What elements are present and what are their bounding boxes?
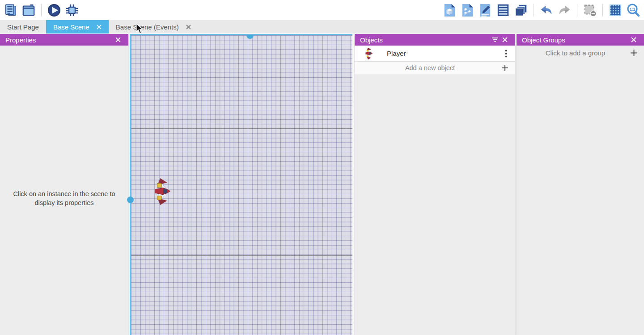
start-page-button[interactable]: [21, 3, 36, 17]
project-manager-icon: [4, 4, 17, 17]
undo-icon: [540, 4, 553, 17]
game-window-border-bottom: [131, 255, 352, 256]
play-icon: [47, 3, 61, 17]
window-icon: [22, 4, 35, 17]
close-panel-icon[interactable]: [113, 35, 123, 45]
redo-button[interactable]: [557, 3, 572, 17]
objects-panel-title: Objects: [360, 36, 383, 44]
object-groups-panel: Object Groups Click to add a group: [517, 34, 644, 335]
preview-button[interactable]: [47, 3, 61, 17]
properties-panel-header: Properties: [0, 34, 128, 46]
zoom-label: 1:1: [630, 7, 636, 11]
open-instances-list-button[interactable]: [496, 3, 510, 17]
tab-base-scene-events[interactable]: Base Scene (Events): [109, 20, 198, 34]
plus-icon[interactable]: [629, 48, 639, 58]
add-group-label: Click to add a group: [522, 49, 629, 57]
debug-button[interactable]: [65, 3, 79, 17]
add-object-row[interactable]: Add a new object: [355, 62, 515, 74]
gdevelop-window: 1:1 Start Page Base Scene Base Scene (Ev…: [0, 0, 644, 335]
player-thumbnail-icon: [362, 46, 376, 61]
toolbar-divider: [602, 4, 603, 17]
plus-icon[interactable]: [500, 63, 510, 73]
bug-icon: [65, 3, 79, 17]
selection-border-top: [130, 34, 352, 35]
properties-panel-title: Properties: [5, 36, 36, 44]
toolbar-divider: [41, 4, 42, 17]
scene-canvas[interactable]: [130, 34, 352, 335]
objects-document-icon: [443, 4, 456, 17]
selection-border-left: [130, 34, 131, 335]
toolbar-divider: [577, 4, 577, 17]
tab-label: Base Scene (Events): [116, 23, 179, 31]
close-panel-icon[interactable]: [629, 35, 639, 45]
object-row-player[interactable]: Player: [355, 46, 515, 62]
open-properties-panel-button[interactable]: [478, 3, 492, 17]
project-manager-button[interactable]: [4, 3, 18, 17]
instances-list-icon: [496, 4, 510, 17]
open-object-groups-panel-button[interactable]: [460, 3, 475, 17]
player-ship-sprite: [154, 178, 170, 205]
redo-icon: [558, 4, 571, 17]
tab-label: Base Scene: [53, 23, 89, 31]
object-menu-icon[interactable]: [501, 49, 511, 59]
resize-handle-left[interactable]: [127, 197, 134, 203]
close-panel-icon[interactable]: [500, 35, 510, 45]
toggle-window-mask-button[interactable]: [583, 3, 597, 17]
zoom-one-to-one-icon: 1:1: [626, 3, 640, 17]
add-object-label: Add a new object: [360, 64, 500, 71]
toggle-grid-button[interactable]: [608, 3, 623, 17]
toolbar-right-group: 1:1: [442, 3, 640, 17]
zoom-original-button[interactable]: 1:1: [626, 3, 640, 17]
object-groups-document-icon: [461, 4, 474, 17]
add-group-row[interactable]: Click to add a group: [517, 46, 644, 60]
object-name: Player: [387, 50, 501, 57]
layers-icon: [514, 4, 528, 17]
object-groups-panel-title: Object Groups: [522, 36, 565, 44]
close-tab-icon[interactable]: [186, 25, 191, 29]
grid-icon: [609, 4, 622, 17]
object-groups-panel-header: Object Groups: [517, 34, 644, 46]
window-mask-icon: [583, 4, 597, 17]
tab-label: Start Page: [7, 23, 39, 31]
properties-document-icon: [479, 4, 492, 17]
properties-hint-text: Click on an instance in the scene to dis…: [0, 189, 128, 207]
open-objects-panel-button[interactable]: [442, 3, 457, 17]
objects-panel: Objects Player: [355, 34, 515, 335]
toolbar-divider: [534, 4, 534, 17]
tab-bar: Start Page Base Scene Base Scene (Events…: [0, 20, 644, 34]
close-tab-icon[interactable]: [97, 25, 102, 29]
tab-start-page[interactable]: Start Page: [0, 20, 46, 34]
filter-icon[interactable]: [490, 35, 500, 45]
tab-base-scene[interactable]: Base Scene: [46, 20, 109, 34]
undo-button[interactable]: [539, 3, 554, 17]
objects-panel-header: Objects: [355, 34, 515, 46]
player-instance[interactable]: [154, 178, 170, 205]
game-window-border-top: [131, 128, 352, 129]
properties-panel: Properties Click on an instance in the s…: [0, 34, 128, 335]
open-layers-panel-button[interactable]: [514, 3, 528, 17]
toolbar-left-group: [4, 3, 79, 17]
main-toolbar: 1:1: [0, 0, 644, 20]
